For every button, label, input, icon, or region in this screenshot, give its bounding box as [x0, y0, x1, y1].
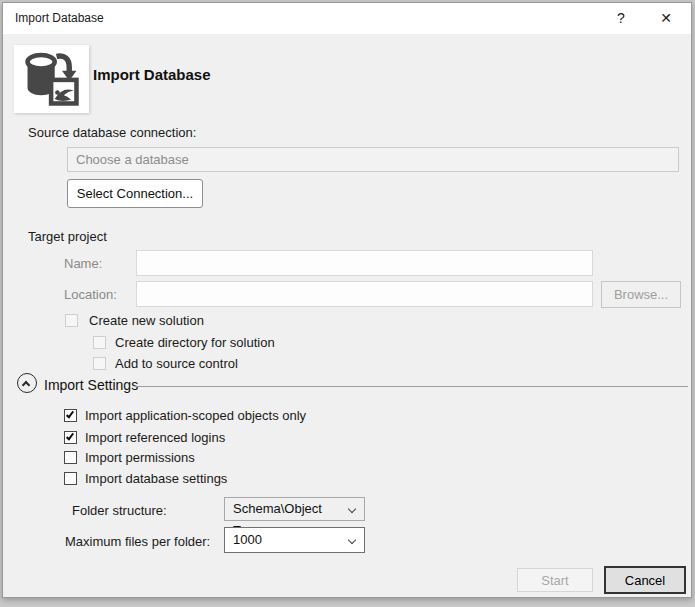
checkbox-create-directory-for-solution-label: Create directory for solution: [115, 335, 275, 351]
location-label: Location:: [64, 287, 117, 303]
checkbox-import-app-scoped-objects-label: Import application-scoped objects only: [85, 408, 306, 424]
checkmark-icon: [66, 410, 74, 419]
folder-structure-label: Folder structure:: [72, 503, 167, 519]
checkbox-import-referenced-logins[interactable]: [64, 431, 77, 444]
titlebar: Import Database ? ✕: [3, 3, 691, 34]
database-import-glyph: [21, 50, 83, 108]
checkbox-import-app-scoped-objects[interactable]: [64, 409, 77, 422]
close-icon[interactable]: ✕: [654, 3, 678, 34]
location-field[interactable]: [136, 281, 593, 307]
checkbox-create-new-solution[interactable]: [65, 314, 78, 327]
max-files-value: 1000: [233, 532, 262, 547]
import-settings-collapse-button[interactable]: [17, 373, 37, 393]
window-title: Import Database: [15, 3, 104, 34]
start-button[interactable]: Start: [517, 568, 593, 592]
browse-button[interactable]: Browse...: [601, 281, 681, 308]
help-icon[interactable]: ?: [611, 3, 631, 34]
import-database-icon: [14, 45, 89, 113]
page-title: Import Database: [93, 63, 211, 87]
chevron-down-icon: [348, 505, 356, 513]
checkbox-import-database-settings[interactable]: [64, 472, 77, 485]
target-project-label: Target project: [28, 229, 107, 245]
source-connection-label: Source database connection:: [28, 125, 196, 141]
chevron-up-icon: [22, 381, 30, 389]
cancel-button[interactable]: Cancel: [604, 566, 686, 594]
checkbox-create-new-solution-label: Create new solution: [89, 313, 204, 329]
folder-structure-select[interactable]: Schema\Object Type: [224, 497, 365, 521]
name-label: Name:: [64, 256, 102, 272]
checkmark-icon: [66, 432, 74, 441]
checkbox-add-to-source-control-label: Add to source control: [115, 356, 238, 372]
checkbox-import-permissions-label: Import permissions: [85, 450, 195, 466]
chevron-down-icon: [348, 536, 356, 544]
checkbox-import-referenced-logins-label: Import referenced logins: [85, 430, 225, 446]
select-connection-button[interactable]: Select Connection...: [67, 179, 203, 208]
max-files-label: Maximum files per folder:: [65, 534, 210, 550]
source-connection-input[interactable]: Choose a database: [67, 147, 679, 172]
import-settings-separator: [134, 386, 688, 387]
checkbox-import-database-settings-label: Import database settings: [85, 471, 227, 487]
name-field[interactable]: [136, 250, 593, 276]
checkbox-add-to-source-control[interactable]: [93, 357, 106, 370]
checkbox-create-directory-for-solution[interactable]: [93, 336, 106, 349]
max-files-select[interactable]: 1000: [224, 527, 365, 553]
checkbox-import-permissions[interactable]: [64, 451, 77, 464]
import-database-dialog: Import Database ? ✕ Import Database Sour…: [2, 2, 692, 598]
import-settings-label: Import Settings: [44, 377, 138, 393]
